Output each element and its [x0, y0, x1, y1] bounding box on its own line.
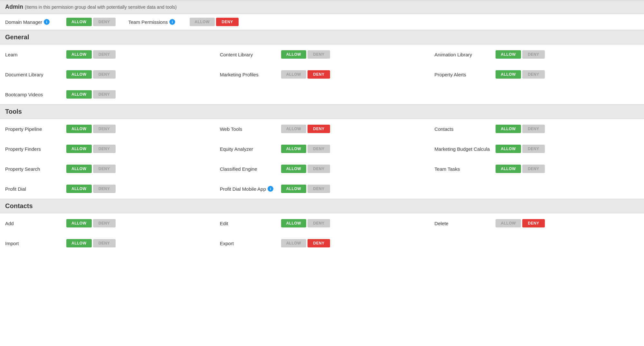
allow-button[interactable]: ALLOW: [66, 239, 92, 247]
allow-button[interactable]: ALLOW: [66, 18, 92, 26]
button-group: ALLOWDENY: [281, 165, 330, 173]
allow-button[interactable]: ALLOW: [281, 125, 307, 133]
deny-button[interactable]: DENY: [308, 185, 330, 193]
permission-row: Bootcamp VideosALLOWDENY: [0, 87, 215, 102]
deny-button[interactable]: DENY: [93, 18, 116, 26]
permission-label: Edit: [220, 221, 278, 226]
permission-row: Equity AnalyzerALLOWDENY: [215, 141, 430, 156]
allow-button[interactable]: ALLOW: [496, 125, 521, 133]
deny-button[interactable]: DENY: [93, 219, 116, 227]
deny-button[interactable]: DENY: [93, 165, 116, 173]
allow-button[interactable]: ALLOW: [66, 145, 92, 153]
button-group: ALLOWDENY: [281, 70, 330, 79]
deny-button[interactable]: DENY: [93, 239, 116, 247]
permission-row: EditALLOWDENY: [215, 216, 430, 231]
info-icon[interactable]: i: [268, 186, 273, 192]
permission-label: Content Library: [220, 52, 278, 57]
permission-label: Property Search: [5, 166, 63, 172]
deny-button[interactable]: DENY: [308, 125, 330, 133]
allow-button[interactable]: ALLOW: [281, 185, 307, 193]
admin-title: Admin: [5, 4, 23, 10]
deny-button[interactable]: DENY: [308, 165, 330, 173]
allow-button[interactable]: ALLOW: [496, 145, 521, 153]
deny-button[interactable]: DENY: [93, 70, 116, 79]
allow-button[interactable]: ALLOW: [66, 50, 92, 59]
permission-row: Classified EngineALLOWDENY: [215, 161, 430, 176]
deny-button[interactable]: DENY: [216, 18, 239, 26]
allow-button[interactable]: ALLOW: [281, 239, 307, 247]
allow-button[interactable]: ALLOW: [190, 18, 215, 26]
allow-button[interactable]: ALLOW: [496, 50, 521, 59]
deny-button[interactable]: DENY: [93, 50, 116, 59]
allow-button[interactable]: ALLOW: [66, 70, 92, 79]
deny-button[interactable]: DENY: [522, 50, 545, 59]
permission-row: Profit Dial Mobile AppiALLOWDENY: [215, 181, 430, 196]
permission-row: LearnALLOWDENY: [0, 47, 215, 62]
allow-button[interactable]: ALLOW: [66, 90, 92, 99]
deny-button[interactable]: DENY: [308, 70, 330, 79]
permission-grid-row: Property PipelineALLOWDENYWeb ToolsALLOW…: [0, 119, 644, 139]
permission-row: Document LibraryALLOWDENY: [0, 67, 215, 82]
permission-label: Team Permissionsi: [128, 19, 186, 25]
permission-row: Content LibraryALLOWDENY: [215, 47, 430, 62]
permission-label: Bootcamp Videos: [5, 92, 63, 97]
allow-button[interactable]: ALLOW: [281, 145, 307, 153]
button-group: ALLOWDENY: [66, 50, 116, 59]
deny-button[interactable]: DENY: [522, 70, 545, 79]
deny-button[interactable]: DENY: [308, 239, 330, 247]
deny-button[interactable]: DENY: [308, 145, 330, 153]
permission-label: Property Pipeline: [5, 126, 63, 132]
allow-button[interactable]: ALLOW: [496, 70, 521, 79]
button-group: ALLOWDENY: [66, 18, 116, 26]
info-icon[interactable]: i: [169, 19, 175, 25]
permission-label: Document Library: [5, 72, 63, 77]
admin-section-header: Admin (Items in this permission group de…: [0, 0, 644, 14]
empty-cell: [429, 87, 644, 102]
allow-button[interactable]: ALLOW: [281, 219, 307, 227]
permission-label: Add: [5, 221, 63, 226]
allow-button[interactable]: ALLOW: [66, 165, 92, 173]
info-icon[interactable]: i: [44, 19, 50, 25]
deny-button[interactable]: DENY: [522, 165, 545, 173]
permission-row: AddALLOWDENY: [0, 216, 215, 231]
tools-section-header: Tools: [0, 104, 644, 119]
allow-button[interactable]: ALLOW: [66, 125, 92, 133]
deny-button[interactable]: DENY: [93, 90, 116, 99]
button-group: ALLOWDENY: [66, 125, 116, 133]
admin-subtitle: (Items in this permission group deal wit…: [25, 5, 177, 10]
permission-label: Profit Dial: [5, 186, 63, 192]
button-group: ALLOWDENY: [281, 219, 330, 227]
allow-button[interactable]: ALLOW: [496, 165, 521, 173]
permission-grid-row: Document LibraryALLOWDENYMarketing Profi…: [0, 64, 644, 84]
deny-button[interactable]: DENY: [522, 125, 545, 133]
contacts-section-header: Contacts: [0, 199, 644, 213]
deny-button[interactable]: DENY: [308, 219, 330, 227]
deny-button[interactable]: DENY: [308, 50, 330, 59]
deny-button[interactable]: DENY: [93, 145, 116, 153]
allow-button[interactable]: ALLOW: [66, 219, 92, 227]
allow-button[interactable]: ALLOW: [281, 50, 307, 59]
permission-label: Marketing Budget Calcula: [434, 146, 492, 152]
deny-button[interactable]: DENY: [522, 219, 545, 227]
general-section-header: General: [0, 30, 644, 44]
deny-button[interactable]: DENY: [93, 185, 116, 193]
permission-grid-row: Profit DialALLOWDENYProfit Dial Mobile A…: [0, 179, 644, 199]
permission-label: Web Tools: [220, 126, 278, 132]
button-group: ALLOWDENY: [66, 185, 116, 193]
permission-row: ImportALLOWDENY: [0, 236, 215, 251]
permission-label: Property Finders: [5, 146, 63, 152]
permission-row: Profit DialALLOWDENY: [0, 181, 215, 196]
empty-cell: [429, 236, 644, 251]
permission-row: DeleteALLOWDENY: [429, 216, 644, 231]
permission-label: Export: [220, 241, 278, 246]
allow-button[interactable]: ALLOW: [281, 165, 307, 173]
permission-row: ContactsALLOWDENY: [429, 121, 644, 136]
deny-button[interactable]: DENY: [93, 125, 116, 133]
permission-label: Delete: [434, 221, 492, 226]
permission-row: Marketing Budget CalculaALLOWDENY: [429, 141, 644, 156]
deny-button[interactable]: DENY: [522, 145, 545, 153]
allow-button[interactable]: ALLOW: [496, 219, 521, 227]
allow-button[interactable]: ALLOW: [66, 185, 92, 193]
allow-button[interactable]: ALLOW: [281, 70, 307, 79]
button-group: ALLOWDENY: [66, 90, 116, 99]
